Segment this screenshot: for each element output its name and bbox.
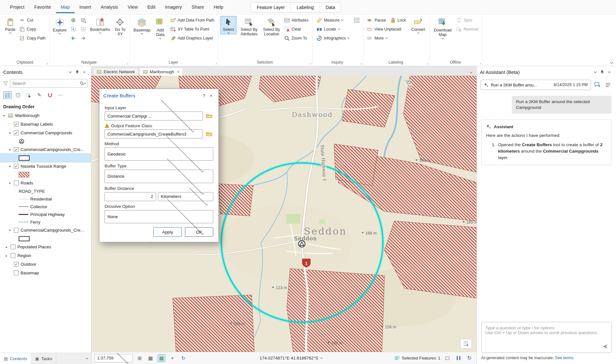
tab-help[interactable]: Help: [209, 1, 228, 13]
checkbox[interactable]: [14, 130, 19, 135]
tab-list-chevron[interactable]: [468, 69, 474, 76]
labeling-dialog-launcher[interactable]: ⌟: [427, 61, 428, 65]
expander-icon[interactable]: ▾: [8, 229, 12, 232]
buffer-distance-input[interactable]: [105, 192, 156, 201]
clear-selection-button[interactable]: Clear: [282, 25, 310, 33]
download-map-button[interactable]: Download Map: [432, 16, 454, 40]
infographics-button[interactable]: Infographics: [315, 34, 351, 42]
layer-item-createbuffers-top[interactable]: ▾ CommercialCampgrounds_Cre...: [0, 145, 90, 154]
layer-item-roads[interactable]: ▾ Roads: [0, 179, 90, 187]
tab-insert[interactable]: Insert: [75, 1, 96, 13]
navigate-dialog-launcher[interactable]: ⌟: [127, 61, 128, 65]
panel-menu-chevron[interactable]: [592, 68, 599, 75]
expander-icon[interactable]: ▾: [8, 165, 12, 168]
previous-extent-button[interactable]: [69, 34, 78, 42]
tab-view[interactable]: View: [123, 1, 143, 13]
layer-item-commercial-campgrounds[interactable]: ▾ Commercial Campgrounds: [0, 129, 90, 137]
conversation-menu-icon[interactable]: [604, 81, 612, 89]
view-unplaced-button[interactable]: View Unplaced: [365, 25, 408, 33]
tab-edit[interactable]: Edit: [143, 1, 160, 13]
panel-menu-chevron[interactable]: [67, 68, 74, 75]
layer-item-region[interactable]: ▸ Region: [0, 251, 90, 260]
search-input[interactable]: [12, 81, 80, 86]
expander-icon[interactable]: ▾: [8, 131, 12, 135]
copy-button[interactable]: Copy: [18, 25, 47, 33]
explore-button[interactable]: Explore: [51, 16, 68, 35]
symbol-buffer-polygon[interactable]: [0, 235, 90, 243]
conversation-selector[interactable]: Run a 2KM Buffer arou... 8/14/2025 1:15 …: [481, 80, 591, 90]
tab-project[interactable]: Project: [5, 1, 29, 13]
layer-item-outdoor[interactable]: Outdoor: [0, 260, 90, 269]
locate-button[interactable]: Locate: [315, 25, 351, 33]
bookmarks-button[interactable]: Bookmarks: [89, 16, 112, 34]
tab-share[interactable]: Share: [187, 1, 209, 13]
layer-item-createbuffers-bottom[interactable]: ▾ CommercialCampgrounds_Cre...: [0, 226, 90, 235]
tab-analysis[interactable]: Analysis: [96, 1, 123, 13]
assistant-input[interactable]: [482, 322, 611, 352]
expander-icon[interactable]: ▸: [5, 254, 9, 257]
map-extent-icon[interactable]: [444, 354, 451, 362]
full-extent-button[interactable]: [69, 16, 78, 24]
refresh-drawing-icon[interactable]: ↻: [465, 354, 473, 362]
selected-features-indicator[interactable]: Selected Features: 1: [395, 356, 440, 360]
checkbox[interactable]: [14, 181, 19, 185]
tab-map[interactable]: Map: [56, 1, 75, 13]
map-tab-marlborough[interactable]: Marlborough ×: [140, 68, 183, 76]
apply-button[interactable]: Apply: [153, 227, 182, 237]
checkbox[interactable]: [11, 244, 15, 249]
legend-item-principal-highway[interactable]: Principal Highway: [0, 210, 90, 218]
zoom-to-selection-button[interactable]: Zoom To: [282, 34, 310, 42]
next-extent-button[interactable]: [79, 34, 88, 42]
more-options-button[interactable]: ⋯: [56, 91, 65, 99]
list-by-selection-icon[interactable]: [24, 91, 33, 99]
expander-icon[interactable]: ▾: [8, 182, 12, 185]
collapse-ribbon-chevron[interactable]: [610, 61, 613, 64]
list-by-data-source-icon[interactable]: [14, 91, 22, 99]
expander-icon[interactable]: ▾: [2, 114, 6, 117]
checkbox[interactable]: [14, 271, 19, 275]
layer-item-marlborough[interactable]: ▾ Marlborough: [0, 111, 90, 120]
layer-item-basemap-labels[interactable]: Basemap Labels: [0, 120, 90, 129]
tab-imagery[interactable]: Imagery: [160, 1, 187, 13]
layer-item-populated-places[interactable]: ▸ Populated Places: [0, 243, 90, 251]
tasks-panel-tab[interactable]: ▣Tasks: [31, 353, 56, 364]
new-conversation-icon[interactable]: [593, 81, 602, 89]
pin-icon[interactable]: [599, 68, 606, 75]
close-dialog-icon[interactable]: ×: [207, 93, 215, 98]
tab-data[interactable]: Data: [320, 3, 341, 12]
checkbox[interactable]: [14, 122, 19, 127]
map-overview-button[interactable]: [460, 339, 472, 349]
cut-button[interactable]: ✂Cut: [18, 16, 47, 24]
search-options-chevron[interactable]: [84, 82, 86, 84]
snapping-crosshair-icon[interactable]: ⌖: [169, 354, 176, 362]
fixed-zoom-out-button[interactable]: [79, 25, 88, 33]
selection-dialog-launcher[interactable]: ⌟: [309, 61, 311, 65]
buffer-type-dropdown[interactable]: Distance: [105, 170, 213, 183]
symbol-buffer-polygon-selected[interactable]: [0, 154, 90, 162]
close-tab-icon[interactable]: ×: [177, 69, 179, 74]
refresh-view-icon[interactable]: ↻: [179, 354, 187, 362]
select-by-location-button[interactable]: Select By Location: [262, 16, 281, 38]
pin-icon[interactable]: [74, 68, 81, 75]
layer-dialog-launcher[interactable]: ⌟: [215, 61, 217, 65]
paste-button[interactable]: Paste: [4, 16, 17, 34]
checkbox[interactable]: [14, 228, 19, 233]
browse-output-button[interactable]: [205, 130, 213, 138]
legend-item-ferry[interactable]: Ferry: [0, 218, 90, 226]
measure-button[interactable]: Measure: [315, 16, 351, 24]
help-icon[interactable]: ?: [200, 93, 207, 98]
pause-drawing-icon[interactable]: [455, 354, 462, 362]
expander-icon[interactable]: ▸: [5, 245, 9, 249]
add-data-from-path-button[interactable]: Add Data From Path: [169, 16, 216, 24]
checkbox[interactable]: [14, 262, 19, 267]
legend-item-collector[interactable]: Collector: [0, 203, 90, 210]
offline-dialog-launcher[interactable]: ⌟: [479, 61, 481, 65]
panel-tabs-chevron[interactable]: [83, 353, 91, 364]
tab-labeling[interactable]: Labeling: [291, 3, 320, 12]
new-map-grid-icon[interactable]: ⊞: [136, 354, 143, 362]
layer-item-basemap[interactable]: Basemap: [0, 269, 90, 277]
map-tab-electric-network[interactable]: Electric Network: [93, 68, 139, 76]
list-by-drawing-order-icon[interactable]: [3, 91, 12, 99]
checkbox[interactable]: [14, 164, 19, 169]
method-dropdown[interactable]: Geodesic: [105, 147, 213, 161]
